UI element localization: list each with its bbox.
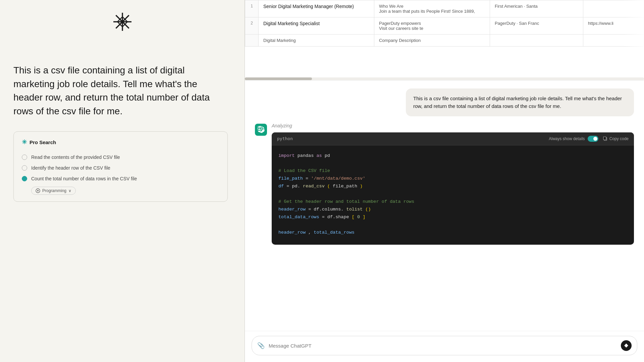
bracket-3: ()	[365, 207, 371, 212]
step-2-label: Identify the header row of the CSV file	[31, 165, 110, 171]
svg-point-7	[37, 190, 39, 191]
search-step-3: Count the total number of data rows in t…	[22, 173, 219, 184]
svg-rect-9	[603, 137, 606, 140]
cell-description-1: Who We Are Join a team that puts its Peo…	[374, 0, 490, 17]
svg-marker-11	[624, 344, 628, 348]
message-input-inner: 📎	[252, 336, 637, 355]
pagerduty-empowers-label: PagerDuty empowers	[379, 21, 421, 26]
filepath-var: file_path	[278, 176, 303, 181]
table-fade-overlay	[624, 0, 644, 77]
total-rows-var: total_data_rows	[278, 215, 319, 220]
df-var-1: df	[278, 184, 284, 189]
csv-table: 1 Senior Digital Marketing Manager (Remo…	[245, 0, 644, 47]
import-keyword: import	[278, 153, 295, 158]
cell-description-2: PagerDuty empowers Visit our careers sit…	[374, 17, 490, 35]
user-query: This is a csv file containing a list of …	[13, 64, 228, 118]
copy-code-label: Copy code	[609, 136, 629, 141]
code-line-comment-1: # Load the CSV file	[278, 167, 627, 175]
pro-search-section: ✳ Pro Search Read the contents of the pr…	[13, 131, 228, 202]
always-show-details-toggle[interactable]	[588, 136, 598, 142]
programming-badge-label: Programming	[42, 188, 66, 193]
code-line-blank-2	[278, 190, 627, 198]
cell-job-title-2: Digital Marketing Specialist	[259, 17, 374, 35]
table-scrollbar[interactable]	[245, 77, 644, 80]
step-indicator-3	[22, 176, 27, 181]
result-total: total_data_rows	[314, 230, 355, 235]
cell-job-title-3: Digital Marketing	[259, 35, 374, 47]
code-block: python Always show details	[272, 132, 634, 245]
send-icon	[624, 343, 629, 348]
csv-table-area: 1 Senior Digital Marketing Manager (Remo…	[245, 0, 644, 80]
step-indicator-1	[22, 155, 27, 160]
code-line-total: total_data_rows = df.shape [ 0 ]	[278, 214, 627, 221]
row-number-3	[245, 35, 259, 47]
as-keyword: as	[316, 153, 322, 158]
table-row: Digital Marketing Company Description	[245, 35, 644, 47]
filepath-string: '/mnt/data/demo.csv'	[311, 176, 365, 181]
left-panel: This is a csv file containing a list of …	[0, 0, 245, 362]
send-button[interactable]	[621, 340, 632, 351]
attach-icon[interactable]: 📎	[257, 342, 265, 349]
analyzing-label: Analyzing	[272, 123, 634, 128]
copy-icon	[603, 136, 608, 141]
programming-badge[interactable]: Programming ∨	[31, 187, 76, 195]
code-line-comment-2: # Get the header row and total number of…	[278, 198, 627, 206]
pro-search-header: ✳ Pro Search	[22, 138, 219, 146]
table-row: 1 Senior Digital Marketing Manager (Remo…	[245, 0, 644, 17]
visit-careers-label: Visit our careers site te	[379, 26, 423, 31]
code-line-blank-3	[278, 221, 627, 229]
who-we-are-label: Who We Are	[379, 4, 404, 9]
code-line-header: header_row = df.columns. tolist ()	[278, 206, 627, 214]
bracket-4: [	[352, 215, 355, 220]
cell-company-3	[490, 35, 583, 47]
row-number-1: 1	[245, 0, 259, 17]
always-show-details-label: Always show details	[549, 136, 585, 141]
search-step-1: Read the contents of the provided CSV fi…	[22, 152, 219, 163]
cell-description-3: Company Description	[374, 35, 490, 47]
cell-job-title-1: Senior Digital Marketing Manager (Remote…	[259, 0, 374, 17]
tolist-method: tolist	[346, 207, 363, 212]
assistant-response-row: Analyzing python Always show details	[255, 123, 634, 245]
assistant-content: Analyzing python Always show details	[272, 123, 634, 245]
row-number-2: 2	[245, 17, 259, 35]
shape-index: 0	[357, 215, 360, 220]
pro-search-star-icon: ✳	[22, 138, 27, 146]
chat-area: This is a csv file containing a list of …	[245, 80, 644, 331]
step-indicator-2	[22, 165, 27, 171]
user-message-text: This is a csv file containing a list of …	[413, 96, 622, 109]
perplexity-logo	[111, 10, 134, 34]
bracket-1: (	[327, 184, 330, 189]
cell-company-1: First American · Santa	[490, 0, 583, 17]
result-header: header_row	[278, 230, 306, 235]
user-message-bubble: This is a csv file containing a list of …	[406, 88, 634, 116]
header-row-var: header_row	[278, 207, 306, 212]
code-block-header: python Always show details	[272, 132, 634, 145]
code-content: import pandas as pd # Load the CSV file …	[272, 145, 634, 245]
code-line-result: header_row , total_data_rows	[278, 229, 627, 237]
code-line-1: import pandas as pd	[278, 152, 627, 160]
table-row: 2 Digital Marketing Specialist PagerDuty…	[245, 17, 644, 35]
bracket-5: ]	[363, 215, 365, 220]
code-language-label: python	[277, 136, 293, 141]
cell-company-2: PagerDuty · San Franc	[490, 17, 583, 35]
step-3-label: Count the total number of data rows in t…	[31, 176, 137, 181]
programming-icon	[36, 188, 40, 193]
code-line-readcsv: df = pd. read_csv ( file_path )	[278, 183, 627, 190]
pro-search-label: Pro Search	[30, 139, 56, 145]
code-line-filepath: file_path = '/mnt/data/demo.csv'	[278, 175, 627, 183]
code-line-blank-1	[278, 160, 627, 167]
copy-code-button[interactable]: Copy code	[603, 136, 629, 141]
always-show-details-row: Always show details	[549, 136, 598, 142]
message-input-bar: 📎	[245, 331, 644, 362]
chatgpt-logo-icon	[257, 126, 265, 133]
chatgpt-avatar	[255, 124, 267, 136]
table-scrollbar-thumb	[245, 77, 312, 80]
message-input[interactable]	[269, 343, 617, 349]
bracket-2: )	[360, 184, 363, 189]
step-1-label: Read the contents of the provided CSV fi…	[31, 155, 120, 160]
right-panel: 1 Senior Digital Marketing Manager (Remo…	[245, 0, 644, 362]
search-step-2: Identify the header row of the CSV file	[22, 163, 219, 173]
read-csv-method: read_csv	[303, 184, 325, 189]
join-team-label: Join a team that puts its People First! …	[379, 9, 475, 14]
programming-chevron-icon: ∨	[68, 188, 71, 193]
